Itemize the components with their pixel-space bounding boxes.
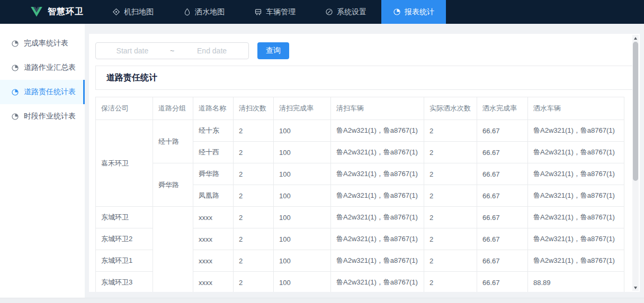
table-cell: 2: [424, 250, 477, 272]
nav-item-3[interactable]: 系统设置: [317, 0, 375, 24]
pie-chart-icon: [11, 88, 19, 96]
vehicle-icon: [254, 8, 262, 16]
table-cell: 鲁A2w321(1)，鲁a8767(1): [528, 250, 624, 272]
page-title: 道路责任统计: [106, 72, 157, 84]
end-date-input[interactable]: End date: [175, 47, 248, 55]
date-range-picker[interactable]: Start date ~ End date: [95, 42, 249, 59]
table-cell: 鲁A2w321(1)，鲁a8767(1): [528, 120, 624, 142]
table-cell: xxxx: [193, 228, 234, 250]
table-header-row: 保洁公司道路分组道路名称清扫次数清扫完成率清扫车辆实际洒水次数洒水完成率洒水车辆: [96, 97, 624, 120]
table-cell: 100: [274, 207, 331, 228]
table-cell: 66.67: [477, 185, 528, 207]
nav-item-2[interactable]: 车辆管理: [246, 0, 304, 24]
table-cell: 66.67: [477, 142, 528, 163]
table-body: 嘉禾环卫经十路经十东2100鲁A2w321(1)，鲁a8767(1)266.67…: [96, 120, 624, 292]
table-cell: 66.67: [477, 272, 528, 292]
table-cell: 鲁A2w321(1)，鲁a8767(1): [528, 163, 624, 185]
nav-item-label: 系统设置: [337, 7, 366, 17]
main-area: Start date ~ End date 查询 道路责任统计 保洁公司: [85, 24, 644, 298]
sidebar-item-3[interactable]: 时段作业统计表: [0, 104, 85, 128]
scroll-up-icon[interactable]: [632, 35, 639, 41]
table-cell: 鲁A2w321(1)，鲁a8767(1): [528, 228, 624, 250]
table-cell: 凤凰路: [193, 185, 234, 207]
table-cell: 2: [234, 207, 274, 228]
table-cell: 2: [424, 185, 477, 207]
vue-logo-icon: [31, 7, 42, 17]
table-cell: 鲁A2w321(1)，鲁a8767(1): [331, 207, 424, 228]
query-toolbar: Start date ~ End date 查询: [95, 42, 633, 59]
table-cell: 鲁A2w321(1)，鲁a8767(1): [331, 250, 424, 272]
nav-item-label: 报表统计: [405, 7, 434, 17]
nav-item-label: 机扫地图: [124, 7, 154, 17]
nav-item-label: 车辆管理: [266, 7, 296, 17]
statistics-table: 保洁公司道路分组道路名称清扫次数清扫完成率清扫车辆实际洒水次数洒水完成率洒水车辆…: [95, 97, 624, 292]
sidebar-menu: 完成率统计表道路作业汇总表道路责任统计表时段作业统计表: [0, 24, 85, 298]
app-window: 智慧环卫 机扫地图洒水地图车辆管理系统设置报表统计 完成率统计表道路作业汇总表道…: [0, 0, 644, 303]
table-cell: 鲁A2w321(1)，鲁a8767(1): [331, 228, 424, 250]
content-layout: 完成率统计表道路作业汇总表道路责任统计表时段作业统计表 Start date ~…: [0, 24, 644, 298]
start-date-input[interactable]: Start date: [96, 47, 169, 55]
table-cell: 2: [424, 120, 477, 142]
table-cell: 2: [424, 163, 477, 185]
table-cell: [153, 207, 193, 292]
table-cell: 66.67: [477, 228, 528, 250]
table-header-cell: 洒水车辆: [528, 97, 624, 120]
table-cell: xxxx: [193, 207, 234, 228]
table-cell: 100: [274, 228, 331, 250]
table-header-cell: 清扫车辆: [331, 97, 424, 120]
brand-title: 智慧环卫: [48, 6, 84, 17]
scroll-down-icon[interactable]: [632, 284, 639, 291]
table-cell: 66.67: [477, 250, 528, 272]
pie-chart-icon: [11, 64, 19, 72]
scrollbar-thumb[interactable]: [633, 42, 638, 181]
table-header-cell: 保洁公司: [96, 97, 153, 120]
table-cell: 2: [424, 228, 477, 250]
vertical-scrollbar[interactable]: [632, 35, 639, 291]
table-cell: 66.67: [477, 120, 528, 142]
report-panel: Start date ~ End date 查询 道路责任统计 保洁公司: [89, 34, 640, 292]
table-cell: 100: [274, 185, 331, 207]
table-cell: 鲁A2w321(1)，鲁a8767(1): [331, 120, 424, 142]
table-header-cell: 道路名称: [193, 97, 234, 120]
pie-chart-icon: [11, 113, 19, 121]
table-cell: 鲁A2w321(1)，鲁a8767(1): [331, 142, 424, 163]
table-cell: 东城环卫3: [96, 272, 153, 292]
table-cell: 2: [234, 120, 274, 142]
sidebar-item-label: 道路责任统计表: [24, 87, 76, 97]
nav-item-1[interactable]: 洒水地图: [175, 0, 233, 24]
sidebar-item-label: 道路作业汇总表: [24, 63, 76, 72]
sidebar-item-1[interactable]: 道路作业汇总表: [0, 56, 85, 80]
date-range-separator: ~: [169, 47, 175, 55]
nav-menu: 机扫地图洒水地图车辆管理系统设置报表统计: [97, 0, 446, 24]
nav-item-0[interactable]: 机扫地图: [104, 0, 162, 24]
table-header-cell: 道路分组: [153, 97, 193, 120]
table-cell: 经十东: [193, 120, 234, 142]
report-icon: [393, 8, 401, 16]
table-cell: 东城环卫2: [96, 228, 153, 250]
table-header-cell: 清扫完成率: [274, 97, 331, 120]
settings-icon: [325, 8, 333, 16]
table-cell: 东城环卫1: [96, 250, 153, 272]
query-button[interactable]: 查询: [257, 42, 289, 59]
table-row: 嘉禾环卫经十路经十东2100鲁A2w321(1)，鲁a8767(1)266.67…: [96, 120, 624, 142]
table-cell: 鲁A2w321(1)，鲁a8767(1): [528, 185, 624, 207]
sidebar-item-2[interactable]: 道路责任统计表: [0, 80, 85, 104]
top-navbar: 智慧环卫 机扫地图洒水地图车辆管理系统设置报表统计: [0, 0, 644, 24]
nav-item-4[interactable]: 报表统计: [381, 0, 446, 24]
table-cell: 2: [424, 272, 477, 292]
table-cell: 东城环卫: [96, 207, 153, 228]
table-header-cell: 实际洒水次数: [424, 97, 477, 120]
nav-item-label: 洒水地图: [195, 7, 225, 17]
table-cell: 2: [234, 185, 274, 207]
table-cell: xxxx: [193, 272, 234, 292]
table-cell: 2: [424, 207, 477, 228]
sidebar-item-0[interactable]: 完成率统计表: [0, 31, 85, 56]
table-cell: 鲁A2w321(1)，鲁a8767(1): [331, 163, 424, 185]
table-cell: 2: [424, 142, 477, 163]
sweep-map-icon: [112, 8, 120, 16]
table-cell: 66.67: [477, 207, 528, 228]
table-cell: 经十西: [193, 142, 234, 163]
water-map-icon: [183, 8, 191, 16]
table-header-cell: 清扫次数: [234, 97, 274, 120]
table-cell: 2: [234, 250, 274, 272]
